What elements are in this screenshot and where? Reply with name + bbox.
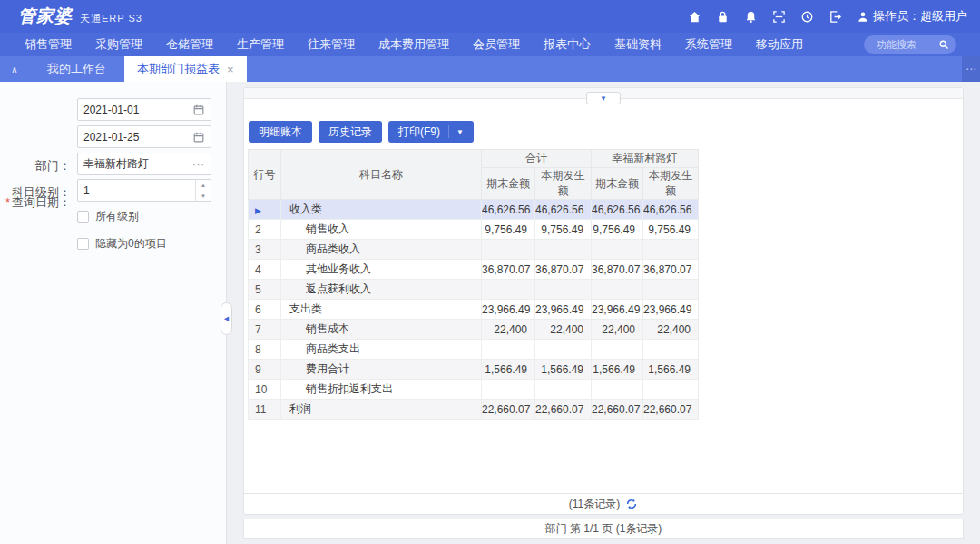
current-row-indicator: ▶: [255, 206, 261, 215]
amount-cell: 9,756.49: [482, 220, 535, 240]
menu-item[interactable]: 基础资料: [603, 33, 673, 56]
subject-name-cell: 商品类支出: [281, 340, 482, 360]
menu-item[interactable]: 报表中心: [532, 33, 603, 56]
search-icon[interactable]: [938, 39, 949, 50]
row-number-cell: ▶: [249, 200, 281, 220]
refresh-icon[interactable]: [625, 498, 638, 510]
menu-item[interactable]: 移动应用: [744, 33, 815, 56]
detail-ledger-button[interactable]: 明细账本: [249, 121, 312, 143]
table-row[interactable]: 4其他业务收入36,870.0736,870.0736,870.0736,870…: [249, 260, 699, 280]
calendar-icon[interactable]: [192, 131, 205, 143]
chevron-left-icon: ◀: [224, 315, 229, 322]
hide-zero-checkbox[interactable]: 隐藏为0的项目: [77, 236, 167, 252]
table-row[interactable]: ▶收入类46,626.5646,626.5646,626.5646,626.56: [249, 200, 699, 220]
amount-cell: 46,626.56: [643, 200, 699, 220]
collapse-filter-panel-handle[interactable]: ◀: [220, 302, 232, 335]
amount-cell: 36,870.07: [482, 260, 535, 280]
table-row[interactable]: 6支出类23,966.4923,966.4923,966.4923,966.49: [249, 300, 699, 320]
report-toolbar: 明细账本 历史记录 打印(F9) ▼: [249, 121, 474, 143]
amount-cell: 36,870.07: [643, 260, 699, 280]
overflow-dots-icon: ⋯: [965, 63, 976, 75]
col-header-end-amount[interactable]: 期末金额: [482, 168, 535, 200]
col-header-period-amount[interactable]: 本期发生额: [535, 168, 592, 200]
date-from-input[interactable]: [83, 104, 192, 116]
calendar-icon[interactable]: [192, 104, 205, 116]
close-tab-icon[interactable]: ×: [227, 63, 234, 76]
collapse-tabs-button[interactable]: ∧: [0, 56, 29, 82]
level-input[interactable]: [83, 184, 191, 197]
dept-input[interactable]: [83, 158, 192, 171]
col-group-total[interactable]: 合计: [482, 150, 592, 168]
tab-workbench[interactable]: 我的工作台: [29, 56, 124, 82]
table-row[interactable]: 7销售成本22,40022,40022,40022,400: [249, 320, 699, 340]
amount-cell: [592, 340, 643, 360]
print-button[interactable]: 打印(F9) ▼: [388, 121, 474, 143]
table-row[interactable]: 10销售折扣返利支出: [249, 380, 699, 400]
table-row[interactable]: 8商品类支出: [249, 340, 699, 360]
menu-item[interactable]: 采购管理: [83, 33, 154, 56]
col-header-period-amount[interactable]: 本期发生额: [643, 168, 699, 200]
logout-icon[interactable]: [828, 10, 842, 24]
level-field[interactable]: ▲ ▼: [77, 179, 211, 202]
amount-cell: 22,400: [535, 320, 592, 340]
menu-item[interactable]: 往来管理: [296, 33, 367, 56]
expand-query-area-button[interactable]: ▼: [586, 92, 621, 104]
table-row[interactable]: 11利润22,660.0722,660.0722,660.0722,660.07: [249, 400, 699, 420]
date-from-field[interactable]: [77, 98, 211, 121]
amount-cell: 1,566.49: [592, 360, 643, 380]
dept-picker-icon[interactable]: ···: [192, 159, 205, 170]
checkbox-label: 所有级别: [95, 209, 139, 224]
all-levels-checkbox[interactable]: 所有级别: [77, 209, 139, 224]
date-to-field[interactable]: [77, 125, 211, 148]
function-search[interactable]: [864, 35, 956, 54]
checkbox-label: 隐藏为0的项目: [95, 236, 167, 252]
amount-cell: 46,626.56: [482, 200, 535, 220]
amount-cell: 36,870.07: [535, 260, 592, 280]
menu-item[interactable]: 会员管理: [461, 33, 532, 56]
menu-item[interactable]: 成本费用管理: [367, 33, 461, 56]
row-number-cell: 10: [249, 380, 281, 400]
amount-cell: 22,660.07: [482, 400, 535, 420]
menu-item[interactable]: 生产管理: [225, 33, 296, 56]
filter-panel: *查询日期： 部门： ··· 科目级别： ▲ ▼ 所有级别 隐藏为: [0, 82, 227, 544]
pager-bar[interactable]: 部门 第 1/1 页 (1条记录): [243, 519, 964, 539]
subject-name-cell: 返点获利收入: [281, 280, 482, 300]
table-row[interactable]: 2销售收入9,756.499,756.499,756.499,756.49: [249, 220, 699, 240]
menu-item[interactable]: 仓储管理: [154, 33, 225, 56]
col-group-dept[interactable]: 幸福新村路灯: [592, 150, 699, 168]
clock-icon[interactable]: [800, 10, 814, 24]
date-to-input[interactable]: [83, 131, 192, 143]
history-button[interactable]: 历史记录: [318, 121, 382, 143]
tab-overflow-button[interactable]: ⋯: [962, 56, 980, 82]
table-row[interactable]: 9费用合计1,566.491,566.491,566.491,566.49: [249, 360, 699, 380]
tab-dept-profit-report[interactable]: 本期部门损益表 ×: [124, 56, 247, 82]
scan-icon[interactable]: [772, 10, 786, 24]
report-grid: 行号 科目名称 合计 幸福新村路灯 期末金额 本期发生额 期末金额 本期发生额 …: [248, 149, 699, 420]
amount-cell: 23,966.49: [592, 300, 643, 320]
row-number-cell: 9: [249, 360, 281, 380]
col-header-end-amount[interactable]: 期末金额: [592, 168, 643, 200]
bell-icon[interactable]: [744, 10, 758, 24]
spin-down-icon[interactable]: ▼: [196, 191, 211, 202]
search-input[interactable]: [877, 39, 938, 50]
col-header-subject[interactable]: 科目名称: [281, 150, 482, 200]
amount-cell: [643, 280, 699, 300]
dept-field[interactable]: ···: [77, 153, 211, 175]
amount-cell: [535, 280, 592, 300]
lock-icon[interactable]: [716, 10, 730, 24]
menu-item[interactable]: 系统管理: [673, 33, 744, 56]
spin-up-icon[interactable]: ▲: [196, 180, 211, 191]
tab-label: 本期部门损益表: [137, 61, 220, 77]
table-body: ▶收入类46,626.5646,626.5646,626.5646,626.56…: [249, 200, 699, 420]
menu-item[interactable]: 销售管理: [13, 33, 83, 56]
table-row[interactable]: 5返点获利收入: [249, 280, 699, 300]
amount-cell: 22,660.07: [643, 400, 699, 420]
subject-name-cell: 其他业务收入: [281, 260, 482, 280]
home-icon[interactable]: [688, 10, 701, 24]
amount-cell: [592, 240, 643, 260]
col-header-row-no[interactable]: 行号: [249, 150, 281, 200]
menu-items: 销售管理采购管理仓储管理生产管理往来管理成本费用管理会员管理报表中心基础资料系统…: [13, 33, 815, 56]
top-bar: 管家婆 天通ERP S3 操作员：超级用户: [0, 0, 980, 33]
operator-info[interactable]: 操作员：超级用户: [857, 8, 967, 25]
table-row[interactable]: 3商品类收入: [249, 240, 699, 260]
